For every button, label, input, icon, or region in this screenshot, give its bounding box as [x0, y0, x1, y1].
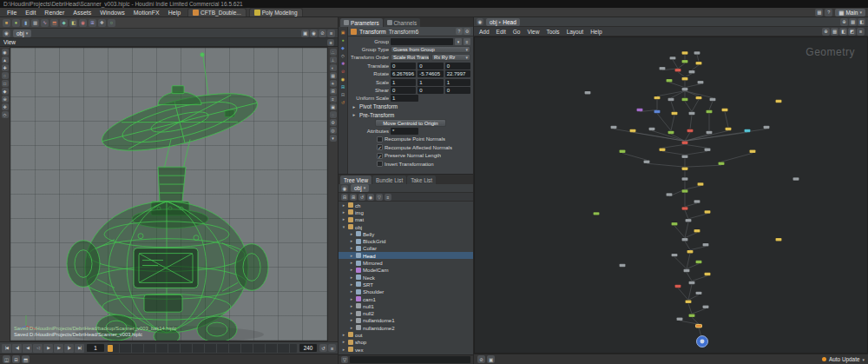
playhead[interactable]	[108, 345, 113, 352]
network-node[interactable]	[660, 149, 666, 151]
scale-field-2[interactable]: 1	[445, 79, 470, 86]
network-node[interactable]	[707, 131, 713, 134]
move-centroid-to-origin-button[interactable]: Move Centroid to Origin	[375, 119, 445, 127]
network-node[interactable]	[696, 62, 702, 64]
translate-tool-icon[interactable]: ✚	[2, 64, 9, 71]
network-node[interactable]	[682, 142, 688, 144]
revert-params-icon[interactable]: ↺	[339, 99, 346, 106]
transform-order-menu-0[interactable]: Scale Rot Trans▾	[391, 54, 430, 61]
network-node[interactable]	[668, 131, 674, 134]
lock-params-icon[interactable]: ⊘	[339, 68, 346, 75]
network-node[interactable]	[672, 254, 678, 256]
collapse-arrow-icon[interactable]: ▸	[349, 275, 354, 280]
network-path-breadcrumb[interactable]: obj ▸ Head	[486, 18, 520, 26]
param-gear-icon[interactable]: ⚙	[464, 28, 470, 35]
network-node[interactable]	[682, 177, 688, 180]
pane-split-horizontal-icon[interactable]: ◫	[3, 355, 10, 363]
group-type-menu[interactable]: Guess from Group▾	[391, 46, 470, 53]
net-snap-icon[interactable]: ⊕	[822, 28, 830, 36]
network-node[interactable]	[660, 67, 666, 69]
network-node[interactable]	[698, 81, 704, 83]
network-node[interactable]	[682, 238, 688, 241]
network-node[interactable]	[689, 70, 695, 73]
collapse-arrow-icon[interactable]: ▸	[341, 333, 346, 337]
network-node[interactable]	[776, 100, 782, 103]
mirror-tool-icon[interactable]: ◧	[69, 19, 77, 27]
collapse-arrow-icon[interactable]: ▸	[349, 261, 354, 265]
collapse-arrow-icon[interactable]: ▸	[349, 297, 354, 301]
network-node[interactable]	[637, 109, 643, 111]
jump-start-button[interactable]: |◀	[2, 344, 11, 353]
network-node[interactable]	[696, 96, 702, 99]
tree-item-ch[interactable]: ▸ch	[339, 202, 473, 208]
network-node[interactable]	[689, 314, 695, 316]
network-node[interactable]	[705, 210, 711, 213]
end-frame-field[interactable]: 240	[299, 344, 317, 352]
network-node[interactable]	[668, 98, 674, 101]
network-node[interactable]	[682, 98, 688, 101]
tree-filter-input[interactable]	[350, 356, 470, 363]
current-frame-field[interactable]: 1	[87, 344, 104, 352]
net-overview-icon[interactable]: ◧	[858, 18, 865, 26]
scale-tool-icon[interactable]: □	[2, 80, 9, 87]
network-node[interactable]	[686, 219, 692, 222]
net-overview-icon[interactable]: ◧	[839, 28, 847, 36]
network-node[interactable]	[682, 77, 688, 80]
tab-channels[interactable]: Channels	[384, 18, 421, 27]
network-node[interactable]	[654, 96, 661, 99]
network-node[interactable]	[776, 238, 782, 241]
play-reverse-button[interactable]: ◁	[33, 344, 43, 353]
shelf-tab-cftb-double[interactable]: CFTB_Double...	[187, 8, 247, 17]
net-menu-go[interactable]: Go	[510, 29, 524, 35]
playbar-options-icon[interactable]: ≡	[328, 344, 336, 352]
spare-params-icon[interactable]: ●	[339, 36, 346, 43]
template-icon[interactable]: ▣	[330, 103, 337, 110]
recompute-point-normals-checkbox[interactable]	[377, 136, 383, 142]
next-key-button[interactable]: |▶	[64, 344, 74, 353]
network-node[interactable]	[682, 60, 688, 63]
lock-camera-icon[interactable]: ⊘	[319, 30, 326, 37]
tree-item-null2[interactable]: ▸null2	[339, 309, 473, 316]
tree-item-null1[interactable]: ▸null1	[339, 302, 473, 309]
net-menu-edit[interactable]: Edit	[493, 29, 510, 35]
paste-params-icon[interactable]: ⊟	[339, 91, 346, 98]
network-node[interactable]	[672, 112, 678, 115]
select-tool-icon[interactable]: ▲	[2, 56, 9, 63]
channels-icon[interactable]: ◆	[339, 44, 346, 51]
expanded-arrow-icon[interactable]: ▾	[341, 225, 346, 229]
pane-split-vertical-icon[interactable]: ⊟	[12, 355, 20, 363]
scale-field-1[interactable]: 1	[418, 79, 443, 86]
tab-parameters[interactable]: Parameters	[340, 18, 383, 27]
ghost-icon[interactable]: ◌	[330, 111, 337, 118]
recompute-affected-normals-checkbox[interactable]: ✓	[377, 144, 383, 150]
polyextrude-tool-icon[interactable]: ⬒	[50, 19, 58, 27]
collapse-arrow-icon[interactable]: ▸	[341, 347, 346, 352]
pin-icon[interactable]: ◉	[477, 18, 483, 25]
network-node[interactable]	[682, 207, 688, 209]
play-button[interactable]: ▶	[43, 344, 53, 353]
pin-params-icon[interactable]: ◉	[339, 76, 346, 83]
group-select-button[interactable]: ▾	[455, 38, 462, 45]
network-canvas[interactable]: Geometry	[474, 36, 868, 354]
tree-collapse-all-icon[interactable]: ⊟	[341, 194, 348, 201]
tree-item-nullantdome2[interactable]: ▸nullantdome2	[339, 324, 473, 331]
attributes-field[interactable]: *	[391, 128, 418, 135]
menu-assets[interactable]: Assets	[69, 10, 95, 16]
menu-edit[interactable]: Edit	[21, 10, 40, 16]
tree-item-head[interactable]: ▸Head	[339, 252, 473, 259]
collapse-arrow-icon[interactable]: ▸	[351, 112, 358, 117]
network-node[interactable]	[682, 167, 688, 169]
network-node[interactable]	[705, 149, 711, 151]
tree-item-mat[interactable]: ▸mat	[339, 216, 473, 223]
network-node[interactable]	[696, 324, 702, 327]
tree-item-shoulder[interactable]: ▸Shoulder	[339, 288, 473, 295]
net-grid-icon[interactable]: ▦	[831, 28, 838, 36]
translate-field-1[interactable]: 0	[418, 63, 443, 69]
net-menu-add[interactable]: Add	[476, 29, 493, 35]
keyframe-icon[interactable]: ◇	[339, 52, 346, 59]
collapse-arrow-icon[interactable]: ▸	[349, 246, 354, 250]
tree-item-nullantdome1[interactable]: ▸nullantdome1	[339, 317, 473, 324]
network-node[interactable]	[694, 51, 700, 54]
update-mode-selector[interactable]: Auto Update ▾	[822, 356, 865, 362]
menu-motionfx[interactable]: MotionFX	[129, 10, 164, 16]
